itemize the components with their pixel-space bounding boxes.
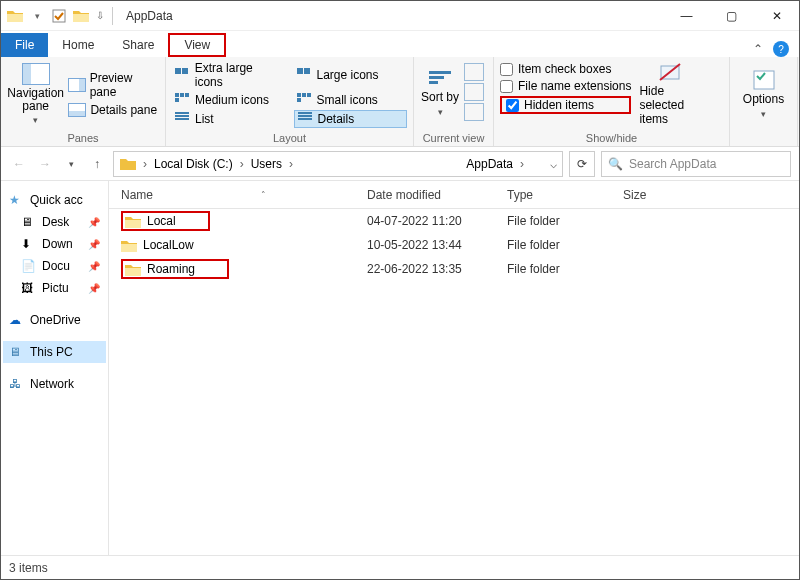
- file-row[interactable]: Roaming22-06-2022 13:35File folder: [109, 257, 799, 281]
- home-tab[interactable]: Home: [48, 33, 108, 57]
- navigation-sidebar: ★Quick acc 🖥Desk📌 ⬇Down📌 📄Docu📌 🖼Pictu📌 …: [1, 181, 109, 555]
- sort-indicator-icon: ˄: [261, 190, 266, 200]
- sidebar-desktop[interactable]: 🖥Desk📌: [3, 211, 106, 233]
- file-name: LocalLow: [143, 238, 194, 252]
- breadcrumb-history-icon[interactable]: ⌵: [547, 157, 560, 171]
- breadcrumb-seg-2[interactable]: Users: [247, 152, 286, 176]
- navigation-pane-button[interactable]: Navigation pane ▾: [7, 60, 64, 128]
- search-box[interactable]: 🔍 Search AppData: [601, 151, 791, 177]
- network-icon: 🖧: [9, 377, 25, 391]
- share-tab[interactable]: Share: [108, 33, 168, 57]
- breadcrumb-root-icon[interactable]: [116, 152, 140, 176]
- layout-group: Extra large icons Large icons Medium ico…: [166, 57, 414, 146]
- file-tab[interactable]: File: [1, 33, 48, 57]
- extra-large-icons-button[interactable]: Extra large icons: [172, 60, 286, 90]
- sidebar-quick-access[interactable]: ★Quick acc: [3, 189, 106, 211]
- file-row[interactable]: LocalLow10-05-2022 13:44File folder: [109, 233, 799, 257]
- options-group: Options ▾: [730, 57, 798, 146]
- details-view-button[interactable]: Details: [294, 110, 408, 128]
- forward-button[interactable]: →: [35, 154, 55, 174]
- sidebar-onedrive[interactable]: ☁OneDrive: [3, 309, 106, 331]
- sidebar-downloads[interactable]: ⬇Down📌: [3, 233, 106, 255]
- folder-icon: [125, 215, 141, 228]
- folder-icon: [125, 263, 141, 276]
- details-pane-icon: [68, 103, 86, 117]
- recent-locations-button[interactable]: ▾: [61, 154, 81, 174]
- qat-overflow-icon[interactable]: ⇩: [93, 10, 107, 21]
- column-date[interactable]: Date modified: [367, 188, 507, 202]
- qat-dropdown-icon[interactable]: ▾: [27, 6, 47, 26]
- sidebar-pictures[interactable]: 🖼Pictu📌: [3, 277, 106, 299]
- file-row[interactable]: Local04-07-2022 11:20File folder: [109, 209, 799, 233]
- documents-icon: 📄: [21, 259, 37, 273]
- sidebar-this-pc[interactable]: 🖥This PC: [3, 341, 106, 363]
- desktop-icon: 🖥: [21, 215, 37, 229]
- file-type: File folder: [507, 238, 623, 252]
- pin-icon: 📌: [88, 283, 100, 294]
- breadcrumb[interactable]: › Local Disk (C:) › Users › AppData › ⌵: [113, 151, 563, 177]
- cloud-icon: ☁: [9, 313, 25, 327]
- column-headers[interactable]: Name˄ Date modified Type Size: [109, 181, 799, 209]
- column-type[interactable]: Type: [507, 188, 623, 202]
- status-bar: 3 items: [1, 555, 799, 579]
- file-date: 10-05-2022 13:44: [367, 238, 507, 252]
- preview-pane-button[interactable]: Preview pane: [68, 71, 159, 99]
- help-icon[interactable]: ?: [773, 41, 789, 57]
- breadcrumb-seg-3[interactable]: AppData: [462, 152, 517, 176]
- qat-folder-icon[interactable]: [71, 6, 91, 26]
- window-title: AppData: [126, 9, 173, 23]
- file-date: 22-06-2022 13:35: [367, 262, 507, 276]
- app-folder-icon: [5, 6, 25, 26]
- options-button[interactable]: Options ▾: [736, 60, 791, 128]
- folder-icon: [121, 239, 137, 252]
- preview-pane-icon: [68, 78, 85, 92]
- column-name[interactable]: Name: [121, 188, 153, 202]
- star-icon: ★: [9, 193, 25, 207]
- hidden-items-checkbox[interactable]: Hidden items: [500, 96, 631, 114]
- small-icons-button[interactable]: Small icons: [294, 92, 408, 108]
- options-icon: [752, 69, 776, 91]
- pin-icon: 📌: [88, 261, 100, 272]
- close-button[interactable]: ✕: [754, 1, 799, 31]
- medium-icons-button[interactable]: Medium icons: [172, 92, 286, 108]
- size-columns-button[interactable]: [464, 103, 484, 121]
- sidebar-documents[interactable]: 📄Docu📌: [3, 255, 106, 277]
- sidebar-network[interactable]: 🖧Network: [3, 373, 106, 395]
- search-placeholder: Search AppData: [629, 157, 716, 171]
- file-type: File folder: [507, 214, 623, 228]
- add-columns-button[interactable]: [464, 83, 484, 101]
- monitor-icon: 🖥: [9, 345, 25, 359]
- svg-rect-0: [53, 10, 65, 22]
- hide-selected-items-button[interactable]: Hide selected items: [639, 60, 701, 128]
- qat-checkbox-icon[interactable]: [49, 6, 69, 26]
- collapse-ribbon-icon[interactable]: ⌃: [753, 42, 763, 56]
- column-size[interactable]: Size: [623, 188, 703, 202]
- maximize-button[interactable]: ▢: [709, 1, 754, 31]
- details-pane-button[interactable]: Details pane: [68, 103, 159, 117]
- file-name: Roaming: [147, 262, 195, 276]
- status-item-count: 3 items: [9, 561, 48, 575]
- list-button[interactable]: List: [172, 110, 286, 128]
- item-check-boxes-checkbox[interactable]: Item check boxes: [500, 62, 631, 76]
- sort-by-icon: [429, 71, 451, 89]
- address-bar-row: ← → ▾ ↑ › Local Disk (C:) › Users › AppD…: [1, 147, 799, 181]
- panes-group: Navigation pane ▾ Preview pane Details p…: [1, 57, 166, 146]
- refresh-button[interactable]: ⟳: [569, 151, 595, 177]
- current-view-group: Sort by ▾ Current view: [414, 57, 494, 146]
- back-button[interactable]: ←: [9, 154, 29, 174]
- up-button[interactable]: ↑: [87, 154, 107, 174]
- view-tab[interactable]: View: [168, 33, 226, 57]
- pictures-icon: 🖼: [21, 281, 37, 295]
- ribbon-tabs: File Home Share View ⌃ ?: [1, 31, 799, 57]
- pin-icon: 📌: [88, 239, 100, 250]
- show-hide-group: Item check boxes File name extensions Hi…: [494, 57, 730, 146]
- group-by-button[interactable]: [464, 63, 484, 81]
- breadcrumb-seg-1[interactable]: Local Disk (C:): [150, 152, 237, 176]
- large-icons-button[interactable]: Large icons: [294, 60, 408, 90]
- minimize-button[interactable]: —: [664, 1, 709, 31]
- file-list: Name˄ Date modified Type Size Local04-07…: [109, 181, 799, 555]
- sort-by-button[interactable]: Sort by ▾: [420, 60, 460, 128]
- file-name-extensions-checkbox[interactable]: File name extensions: [500, 79, 631, 93]
- file-date: 04-07-2022 11:20: [367, 214, 507, 228]
- search-icon: 🔍: [608, 157, 623, 171]
